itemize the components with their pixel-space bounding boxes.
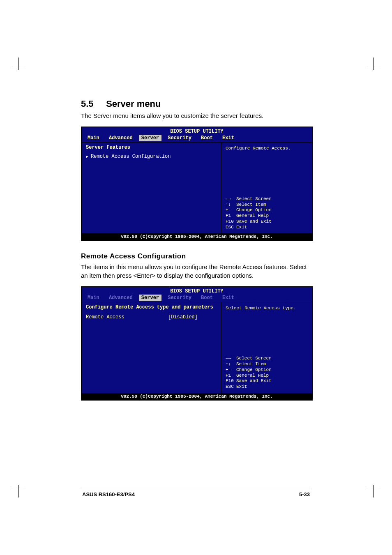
tab-security: Security xyxy=(164,295,195,301)
bios-help-pane: Configure Remote Access. ←→Select Screen… xyxy=(221,143,312,233)
key-label: Select Screen xyxy=(236,356,272,361)
key-icon: +- xyxy=(226,207,236,213)
bios-title: BIOS SETUP UTILITY xyxy=(82,127,312,134)
bios-menu-tabs: Main Advanced Server Security Boot Exit xyxy=(82,294,312,302)
bios-screenshot-remote-access: BIOS SETUP UTILITY Main Advanced Server … xyxy=(81,286,313,401)
tab-main: Main xyxy=(84,135,103,141)
key-label: Save and Exit xyxy=(236,219,272,224)
tab-server: Server xyxy=(139,135,161,141)
tab-exit: Exit xyxy=(219,295,238,301)
option-value: [Disabled] xyxy=(168,314,198,320)
option-remote-access: Remote Access [Disabled] xyxy=(86,314,217,320)
key-icon: ↑↓ xyxy=(226,202,236,208)
bios-screenshot-server-menu: BIOS SETUP UTILITY Main Advanced Server … xyxy=(81,127,313,241)
section-heading: 5.5 Server menu xyxy=(81,99,311,109)
menu-item-remote-access-config: ▶ Remote Access Configuration xyxy=(86,154,217,159)
key-label: General Help xyxy=(236,373,269,378)
key-icon: F10 xyxy=(226,378,236,384)
section-intro: The Server menu items allow you to custo… xyxy=(81,112,311,120)
tab-security: Security xyxy=(164,135,195,141)
tab-boot: Boot xyxy=(198,295,216,301)
cropmark xyxy=(12,58,29,74)
key-icon: +- xyxy=(226,367,236,373)
cropmark xyxy=(363,58,380,74)
key-label: Exit xyxy=(236,384,247,389)
menu-item-label: Remote Access Configuration xyxy=(91,154,171,159)
tab-main: Main xyxy=(84,295,103,301)
key-icon: ↑↓ xyxy=(226,362,236,367)
key-icon: F10 xyxy=(226,219,236,225)
key-icon: ←→ xyxy=(226,196,236,202)
bios-key-legend: ←→Select Screen ↑↓Select Item +-Change O… xyxy=(226,196,308,230)
bios-left-pane: Configure Remote Access type and paramet… xyxy=(82,302,221,393)
bios-copyright-footer: v02.58 (C)Copyright 1985-2004, American … xyxy=(82,393,312,400)
bios-section-title: Configure Remote Access type and paramet… xyxy=(86,304,217,310)
tab-exit: Exit xyxy=(219,135,238,141)
key-icon: F1 xyxy=(226,213,236,219)
subsection-heading: Remote Access Configuration xyxy=(81,252,311,260)
key-label: Select Item xyxy=(236,202,266,207)
footer-page-number: 5-33 xyxy=(299,491,310,497)
option-label: Remote Access xyxy=(86,314,168,320)
tab-server: Server xyxy=(139,295,161,301)
bios-key-legend: ←→Select Screen ↑↓Select Item +-Change O… xyxy=(226,356,308,390)
key-label: Exit xyxy=(236,225,247,230)
key-label: General Help xyxy=(236,213,269,218)
bios-help-pane: Select Remote Access type. ←→Select Scre… xyxy=(221,302,312,393)
key-label: Select Item xyxy=(236,362,266,366)
footer-product: ASUS RS160-E3/PS4 xyxy=(82,491,135,497)
help-text: Configure Remote Access. xyxy=(226,146,308,151)
tab-boot: Boot xyxy=(198,135,216,141)
bios-left-pane: Server Features ▶ Remote Access Configur… xyxy=(82,143,221,233)
key-icon: ESC xyxy=(226,225,236,230)
tab-advanced: Advanced xyxy=(106,295,136,301)
subsection-body: The items in this menu allows you to con… xyxy=(81,263,311,280)
key-label: Change Option xyxy=(236,207,272,212)
key-label: Change Option xyxy=(236,367,272,372)
bios-section-title: Server Features xyxy=(86,145,217,150)
bios-copyright-footer: v02.58 (C)Copyright 1985-2004, American … xyxy=(82,233,312,240)
page-footer: ASUS RS160-E3/PS4 5-33 xyxy=(0,487,392,497)
bios-menu-tabs: Main Advanced Server Security Boot Exit xyxy=(82,134,312,142)
section-title: Server menu xyxy=(106,99,161,109)
submenu-arrow-icon: ▶ xyxy=(86,154,88,159)
tab-advanced: Advanced xyxy=(106,135,136,141)
section-number: 5.5 xyxy=(81,99,104,109)
key-label: Save and Exit xyxy=(236,378,272,383)
help-text: Select Remote Access type. xyxy=(226,306,308,311)
footer-rule xyxy=(80,487,312,487)
key-label: Select Screen xyxy=(236,196,272,201)
key-icon: F1 xyxy=(226,373,236,379)
key-icon: ESC xyxy=(226,384,236,390)
key-icon: ←→ xyxy=(226,356,236,362)
bios-title: BIOS SETUP UTILITY xyxy=(82,287,312,294)
